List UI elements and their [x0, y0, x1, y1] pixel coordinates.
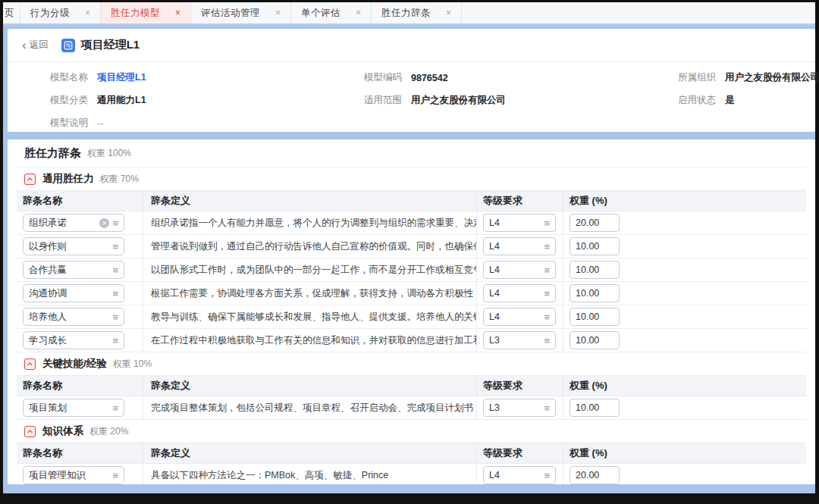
level-select[interactable]: L4≡: [483, 261, 556, 279]
tab-label: 页: [5, 7, 14, 20]
weight-value: 20.00: [576, 218, 599, 228]
app-surface: 页行为分级×胜任力模型×评估活动管理×单个评估×胜任力辞条× ‹ 返回: [3, 2, 815, 493]
weight-input[interactable]: 10.00: [570, 284, 620, 302]
table-row: 项目管理知识≡具备以下四种方法论之一：PMBok、高项、敏捷、PrinceL4≡…: [17, 464, 806, 484]
dictionary-name: 合作共赢: [29, 264, 67, 277]
dictionary-name: 以身作则: [29, 240, 67, 253]
tab-close-icon[interactable]: ×: [175, 8, 180, 17]
dictionary-name-input[interactable]: 以身作则≡: [23, 237, 124, 255]
level-select[interactable]: L3≡: [483, 399, 556, 417]
table-row: 合作共赢≡以团队形式工作时，成为团队中的一部分一起工作，而不是分开工作或相互竞争…: [17, 258, 806, 282]
name-cell: 合作共赢≡: [17, 258, 143, 281]
select-list-icon[interactable]: ≡: [544, 218, 550, 228]
select-list-icon[interactable]: ≡: [544, 265, 550, 275]
select-list-icon[interactable]: ≡: [544, 312, 550, 322]
clear-icon[interactable]: ✕: [99, 218, 109, 228]
select-list-icon[interactable]: ≡: [112, 242, 118, 252]
info-value-enabled-status: 是: [725, 94, 735, 107]
weight-input[interactable]: 10.00: [570, 331, 620, 349]
section-header-knowledge-system: 知识体系权重 20%: [17, 420, 806, 443]
select-list-icon[interactable]: ≡: [112, 312, 118, 322]
dictionary-name: 项目管理知识: [29, 469, 86, 482]
dictionary-name-input[interactable]: 项目管理知识≡: [23, 466, 124, 484]
dictionary-name: 培养他人: [29, 311, 67, 324]
dictionary-name-input[interactable]: 学习成长≡: [23, 331, 124, 349]
tab-bar: 页行为分级×胜任力模型×评估活动管理×单个评估×胜任力辞条×: [3, 2, 815, 23]
select-list-icon[interactable]: ≡: [544, 403, 550, 413]
weight-input[interactable]: 20.00: [570, 214, 620, 232]
select-list-icon[interactable]: ≡: [112, 471, 118, 481]
tab-competency-model[interactable]: 胜任力模型×: [101, 2, 191, 23]
tab-behavior-grading[interactable]: 行为分级×: [20, 2, 101, 23]
collapse-toggle-icon[interactable]: [24, 174, 36, 185]
select-list-icon[interactable]: ≡: [112, 289, 118, 299]
weight-input[interactable]: 10.00: [570, 308, 620, 326]
level-select[interactable]: L4≡: [483, 284, 556, 302]
level-select[interactable]: L4≡: [483, 466, 556, 484]
weight-value: 10.00: [576, 335, 599, 346]
select-list-icon[interactable]: ≡: [544, 242, 550, 252]
section-weight-label: 权重 20%: [89, 425, 128, 438]
info-field-model-description: 模型说明--: [50, 115, 364, 131]
tab-close-icon[interactable]: ×: [275, 8, 281, 17]
weight-input[interactable]: 20.00: [570, 466, 620, 484]
definition-cell: 以团队形式工作时，成为团队中的一部分一起工作，而不是分开工作或相互竞争。团...: [143, 258, 476, 281]
collapse-toggle-icon[interactable]: [24, 358, 36, 370]
level-select[interactable]: L4≡: [483, 214, 556, 232]
name-cell: 以身作则≡: [17, 235, 143, 258]
info-value-model-description: --: [97, 118, 103, 129]
weight-value: 10.00: [576, 288, 599, 299]
tab-close-icon[interactable]: ×: [85, 8, 90, 17]
column-header: 等级要求: [476, 443, 563, 463]
weight-input[interactable]: 10.00: [570, 237, 620, 255]
weight-cell: 10.00: [563, 235, 806, 258]
name-cell: 学习成长≡: [17, 329, 143, 352]
select-list-icon[interactable]: ≡: [112, 336, 118, 346]
weight-value: 10.00: [576, 311, 599, 322]
definition-cell: 完成项目整体策划，包括公司规程、项目章程、召开启动会、完成项目计划书（体制...: [143, 396, 476, 419]
weight-value: 20.00: [576, 470, 599, 481]
dictionary-name-input[interactable]: 沟通协调≡: [23, 284, 124, 302]
select-list-icon[interactable]: ≡: [544, 336, 550, 346]
tab-close-icon[interactable]: ×: [356, 8, 361, 17]
select-list-icon[interactable]: ≡: [112, 218, 118, 228]
dictionary-name-input[interactable]: 合作共赢≡: [23, 261, 124, 279]
dictionary-name-input[interactable]: 培养他人≡: [23, 308, 124, 326]
panel-title: 胜任力辞条: [24, 146, 81, 161]
weight-input[interactable]: 10.00: [570, 399, 620, 417]
select-list-icon[interactable]: ≡: [544, 471, 550, 481]
name-cell: 沟通协调≡: [17, 282, 143, 305]
back-button[interactable]: ‹ 返回: [22, 39, 49, 52]
info-label: 所属组织: [678, 71, 717, 84]
tab-evaluation-management[interactable]: 评估活动管理×: [191, 2, 291, 23]
level-select[interactable]: L4≡: [483, 308, 556, 326]
level-select[interactable]: L4≡: [483, 237, 556, 255]
level-select[interactable]: L3≡: [483, 331, 556, 349]
select-list-icon[interactable]: ≡: [112, 403, 118, 413]
definition-cell: 在工作过程中积极地获取与工作有关的信息和知识，并对获取的信息进行加工和理解...: [143, 329, 476, 352]
tab-label: 评估活动管理: [201, 7, 260, 20]
tab-home-partial[interactable]: 页: [3, 2, 20, 23]
dictionary-name: 沟通协调: [29, 287, 67, 300]
dictionary-name: 组织承诺: [29, 217, 67, 230]
name-cell: 项目策划≡: [17, 396, 143, 419]
weight-cell: 10.00: [563, 305, 806, 328]
tab-label: 胜任力模型: [111, 7, 160, 20]
info-value-model-code: 9876542: [411, 73, 448, 83]
select-list-icon[interactable]: ≡: [112, 265, 118, 275]
weight-cell: 10.00: [563, 329, 806, 352]
tab-competency-dictionary[interactable]: 胜任力辞条×: [372, 2, 462, 23]
level-cell: L4≡: [476, 211, 563, 234]
collapse-toggle-icon[interactable]: [24, 426, 36, 437]
level-value: L3: [489, 402, 500, 413]
table-row: 项目策划≡完成项目整体策划，包括公司规程、项目章程、召开启动会、完成项目计划书（…: [17, 396, 806, 420]
tab-single-evaluation[interactable]: 单个评估×: [291, 2, 372, 23]
dictionary-name-input[interactable]: 项目策划≡: [23, 399, 124, 417]
weight-input[interactable]: 10.00: [570, 261, 620, 279]
tab-close-icon[interactable]: ×: [446, 8, 451, 17]
tab-label: 单个评估: [301, 7, 340, 20]
select-list-icon[interactable]: ≡: [544, 289, 550, 299]
info-value-model-name[interactable]: 项目经理L1: [97, 71, 146, 84]
level-value: L4: [489, 241, 500, 252]
dictionary-name-input[interactable]: 组织承诺✕≡: [23, 214, 124, 232]
